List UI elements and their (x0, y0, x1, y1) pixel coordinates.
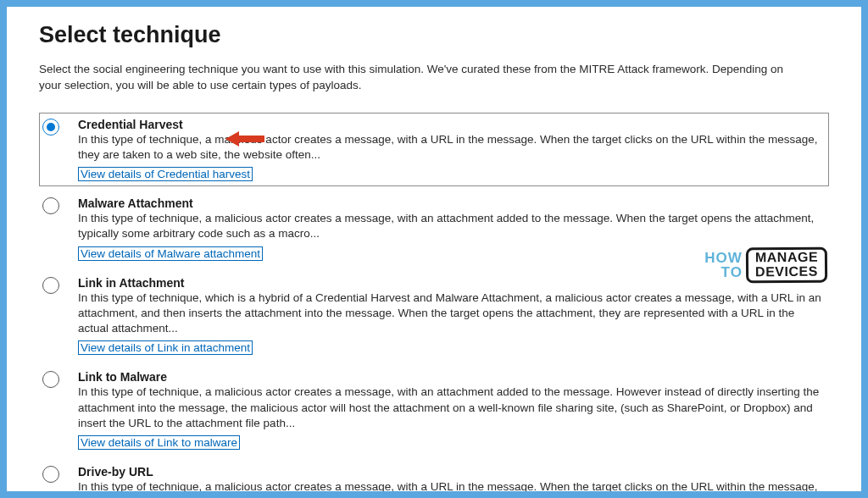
view-details-link-to-malware[interactable]: View details of Link to malware (78, 435, 240, 450)
radio-link-to-malware[interactable] (42, 371, 59, 388)
view-details-link-in-attachment[interactable]: View details of Link in attachment (78, 340, 253, 355)
option-desc: In this type of technique, a malicious a… (78, 132, 822, 163)
option-title: Drive-by URL (78, 465, 822, 479)
view-details-credential-harvest[interactable]: View details of Credential harvest (78, 167, 253, 181)
option-desc: In this type of technique, a malicious a… (78, 211, 822, 241)
option-malware-attachment[interactable]: Malware Attachment In this type of techn… (39, 191, 829, 265)
option-desc: In this type of technique, a malicious a… (78, 385, 822, 431)
option-credential-harvest[interactable]: Credential Harvest In this type of techn… (39, 113, 829, 186)
technique-options: Credential Harvest In this type of techn… (39, 113, 829, 491)
view-details-malware-attachment[interactable]: View details of Malware attachment (78, 246, 263, 261)
page-intro: Select the social engineering technique … (39, 62, 802, 94)
option-link-to-malware[interactable]: Link to Malware In this type of techniqu… (39, 365, 829, 455)
option-link-in-attachment[interactable]: Link in Attachment In this type of techn… (39, 271, 829, 361)
option-desc: In this type of technique, a malicious a… (78, 479, 822, 491)
radio-malware-attachment[interactable] (42, 197, 59, 214)
radio-credential-harvest[interactable] (42, 119, 59, 136)
option-title: Credential Harvest (78, 118, 822, 131)
option-title: Link in Attachment (78, 276, 822, 290)
option-title: Malware Attachment (78, 196, 822, 210)
option-title: Link to Malware (78, 370, 822, 384)
option-desc: In this type of technique, which is a hy… (78, 290, 822, 337)
page-title: Select technique (39, 22, 829, 48)
radio-drive-by-url[interactable] (42, 466, 59, 483)
radio-link-in-attachment[interactable] (42, 277, 59, 294)
option-drive-by-url[interactable]: Drive-by URL In this type of technique, … (39, 460, 829, 491)
